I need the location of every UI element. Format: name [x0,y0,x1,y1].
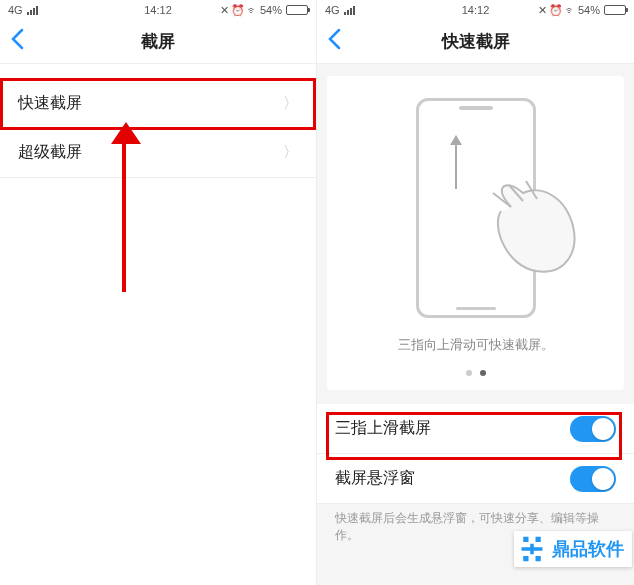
dot-2 [480,370,486,376]
wifi-icon: ᯤ [247,4,258,16]
highlight-box-left [0,78,316,130]
wifi-icon: ᯤ [565,4,576,16]
row-label: 截屏悬浮窗 [335,468,415,489]
svg-rect-1 [536,537,541,542]
battery-pct: 54% [260,4,282,16]
illustration-caption: 三指向上滑动可快速截屏。 [398,336,554,354]
network-label: 4G [8,4,23,16]
battery-icon [604,5,626,15]
page-title: 快速截屏 [442,30,510,53]
swipe-up-arrow-icon [455,137,457,189]
chevron-left-icon [10,28,24,50]
back-button[interactable] [10,28,24,56]
no-sound-icon: ✕ [538,4,547,17]
page-indicator[interactable] [466,370,486,376]
annotation-arrow-line [122,130,126,292]
battery-icon [286,5,308,15]
hand-icon [481,171,581,281]
signal-bars-icon [344,6,355,15]
row-floating-window[interactable]: 截屏悬浮窗 [317,454,634,504]
row-super-screenshot[interactable]: 超级截屏 〉 [0,128,316,178]
status-bar: 4G 14:12 ✕ ⏰ ᯤ 54% [0,0,316,20]
battery-pct: 54% [578,4,600,16]
dot-1 [466,370,472,376]
alarm-icon: ⏰ [549,4,563,17]
svg-rect-3 [536,556,541,561]
svg-rect-2 [523,556,528,561]
no-sound-icon: ✕ [220,4,229,17]
back-button[interactable] [327,28,341,56]
watermark-logo-icon [518,535,546,563]
chevron-right-icon: 〉 [283,143,298,162]
row-label: 超级截屏 [18,142,82,163]
status-bar: 4G 14:12 ✕ ⏰ ᯤ 54% [317,0,634,20]
svg-rect-0 [523,537,528,542]
highlight-box-right [326,412,622,460]
clock: 14:12 [144,4,172,16]
alarm-icon: ⏰ [231,4,245,17]
signal-bars-icon [27,6,38,15]
chevron-left-icon [327,28,341,50]
page-title: 截屏 [141,30,175,53]
illustration-card: 三指向上滑动可快速截屏。 [327,76,624,390]
network-label: 4G [325,4,340,16]
annotation-arrow-head-icon [111,122,141,144]
watermark: 鼎品软件 [514,531,632,567]
toggle-floating-window[interactable] [570,466,616,492]
clock: 14:12 [462,4,490,16]
phone-outline-illustration [416,98,536,318]
title-bar: 快速截屏 [317,20,634,64]
svg-rect-5 [522,547,543,551]
watermark-text: 鼎品软件 [552,537,624,561]
title-bar: 截屏 [0,20,316,64]
